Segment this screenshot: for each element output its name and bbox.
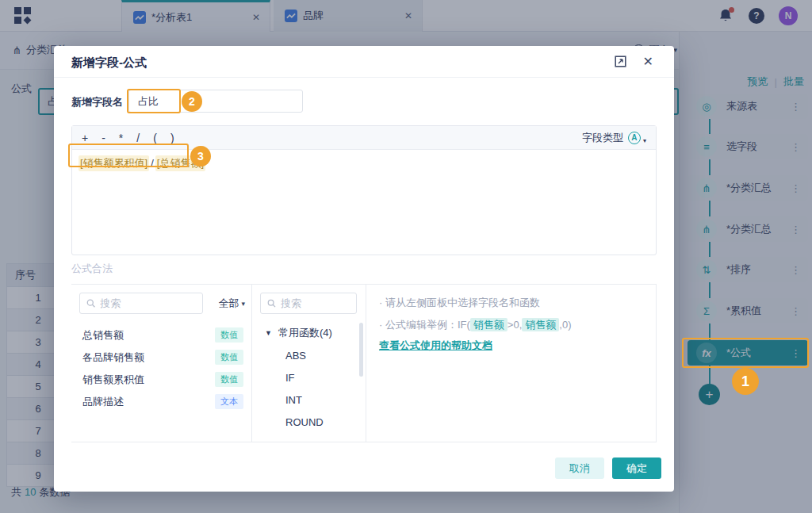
field-filter-dropdown[interactable]: 全部 ▾	[218, 297, 245, 311]
field-search[interactable]	[79, 293, 203, 314]
open-paren-button[interactable]: (	[153, 132, 157, 144]
function-search-input[interactable]	[281, 297, 350, 309]
help-tip-2: · 公式编辑举例：IF(销售额>0,销售额,0)	[379, 318, 571, 332]
fields-panel: 全部 ▾ 总销售额 数值 各品牌销售额 数值 销售额累积值 数值 品牌描述	[71, 285, 252, 442]
confirm-button[interactable]: 确定	[612, 457, 661, 479]
caret-down-icon: ▼	[265, 329, 272, 337]
functions-panel: ▼ 常用函数(4) ABS IF INT ROUND	[252, 285, 366, 442]
field-search-input[interactable]	[100, 297, 196, 309]
field-name-label: 新增字段名	[71, 95, 123, 109]
formula-valid-status: 公式合法	[71, 262, 113, 276]
function-search[interactable]	[260, 293, 357, 314]
dialog-title: 新增字段-公式	[71, 56, 147, 71]
chevron-down-icon: ▾	[643, 137, 646, 144]
cancel-button[interactable]: 取消	[555, 457, 604, 479]
minus-operator-button[interactable]: -	[102, 132, 105, 144]
function-item-int[interactable]: INT	[285, 394, 302, 406]
annotation-box-formula	[68, 144, 189, 167]
annotation-step-3: 3	[190, 146, 211, 167]
function-item-if[interactable]: IF	[285, 372, 295, 384]
field-type-label: 字段类型	[582, 131, 623, 145]
help-tip-1: · 请从左侧面板中选择字段名和函数	[379, 296, 540, 310]
field-type-badge: 数值	[215, 327, 243, 343]
field-item[interactable]: 销售额累积值 数值	[71, 369, 251, 390]
multiply-operator-button[interactable]: *	[119, 132, 123, 144]
field-item[interactable]: 品牌描述 文本	[71, 391, 251, 412]
annotation-box-field-name	[127, 89, 181, 113]
close-icon[interactable]: ✕	[643, 54, 653, 69]
field-type-badge: 数值	[215, 372, 243, 387]
helper-panels: 全部 ▾ 总销售额 数值 各品牌销售额 数值 销售额累积值 数值 品牌描述	[71, 284, 657, 442]
function-item-abs[interactable]: ABS	[285, 350, 306, 362]
maximize-icon[interactable]	[615, 56, 626, 71]
example-field-chip: 销售额	[522, 318, 559, 331]
dialog-header: 新增字段-公式 ✕	[54, 46, 674, 78]
app-root: *分析表1 ✕ 品牌 ✕ ? N ⋔ 分类汇总 ⋯ 更多 ▾	[0, 0, 812, 513]
scrollbar-thumb[interactable]	[359, 323, 363, 377]
close-paren-button[interactable]: )	[170, 132, 174, 144]
field-type-badge: 文本	[215, 394, 243, 409]
formula-help-doc-link[interactable]: 查看公式使用的帮助文档	[379, 339, 492, 353]
field-item[interactable]: 各品牌销售额 数值	[71, 346, 251, 368]
annotation-step-2: 2	[182, 91, 202, 112]
function-group-toggle[interactable]: ▼ 常用函数(4)	[265, 326, 332, 340]
annotation-step-1: 1	[732, 368, 759, 395]
help-panel: · 请从左侧面板中选择字段名和函数 · 公式编辑举例：IF(销售额>0,销售额,…	[366, 285, 656, 442]
field-type-auto-icon[interactable]: A	[628, 132, 641, 144]
chevron-down-icon: ▾	[241, 300, 245, 308]
example-field-chip: 销售额	[470, 318, 508, 331]
function-item-round[interactable]: ROUND	[285, 416, 324, 428]
plus-operator-button[interactable]: +	[82, 132, 88, 144]
search-icon	[86, 298, 95, 308]
field-item[interactable]: 总销售额 数值	[71, 324, 251, 346]
divide-operator-button[interactable]: /	[136, 132, 140, 144]
search-icon	[267, 298, 276, 308]
annotation-box-formula-step	[682, 338, 809, 368]
field-type-badge: 数值	[215, 350, 243, 365]
